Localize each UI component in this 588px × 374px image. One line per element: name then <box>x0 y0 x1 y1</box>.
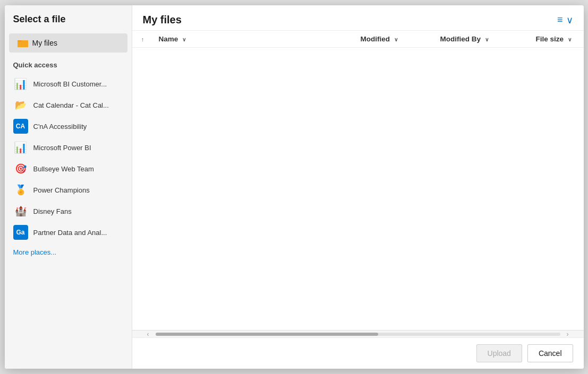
folder-icon <box>18 38 28 48</box>
qa-item-label: Bullseye Web Team <box>33 165 94 173</box>
qa-item-label: Microsoft BI Customer... <box>33 80 107 88</box>
qa-item-icon: 📊 <box>13 76 28 91</box>
select-file-dialog: Select a file My files Quick access 📊Mic… <box>5 5 584 369</box>
col-size-header[interactable]: File size ∨ <box>531 31 584 48</box>
qa-item-icon: CA <box>13 119 28 134</box>
qa-item-label: Disney Fans <box>33 207 72 215</box>
hscroll-thumb[interactable] <box>156 333 378 336</box>
col-name-header[interactable]: Name ∨ <box>154 31 355 48</box>
table-header-row: ↑ Name ∨ Modified ∨ Modified By ∨ <box>132 31 584 48</box>
modby-sort-icon: ∨ <box>485 37 489 42</box>
sidebar-nav: My files <box>5 33 132 53</box>
quick-access-item[interactable]: 📂Cat Calendar - Cat Cal... <box>5 94 132 116</box>
quick-access-item[interactable]: 📊Microsoft Power BI <box>5 137 132 158</box>
sidebar-item-myfiles[interactable]: My files <box>9 33 127 53</box>
name-sort-icon: ∨ <box>182 37 186 42</box>
qa-item-label: Cat Calendar - Cat Cal... <box>33 101 109 109</box>
qa-item-label: Partner Data and Anal... <box>33 229 107 237</box>
qa-item-icon: Ga <box>13 225 28 240</box>
hscroll-right-arrow[interactable]: › <box>563 330 573 338</box>
quick-access-list: 📊Microsoft BI Customer...📂Cat Calendar -… <box>5 73 132 243</box>
sidebar: Select a file My files Quick access 📊Mic… <box>5 5 132 369</box>
qa-item-icon: 📂 <box>13 98 28 112</box>
quick-access-item[interactable]: 🎯Bullseye Web Team <box>5 158 132 179</box>
col-modby-header[interactable]: Modified By ∨ <box>435 31 531 48</box>
main-header: My files ≡ ∨ <box>132 5 584 31</box>
upload-button[interactable]: Upload <box>476 344 522 362</box>
main-panel: My files ≡ ∨ ↑ Name ∨ <box>132 5 584 369</box>
quick-access-item[interactable]: CAC'nA Accessibility <box>5 116 132 137</box>
modified-sort-icon: ∨ <box>394 37 398 42</box>
col-sort-up[interactable]: ↑ <box>132 31 154 48</box>
file-table: ↑ Name ∨ Modified ∨ Modified By ∨ <box>132 31 584 48</box>
qa-item-label: Power Champions <box>33 186 90 194</box>
sort-up-icon: ↑ <box>141 36 144 42</box>
more-places-link[interactable]: More places... <box>5 243 132 262</box>
quick-access-item[interactable]: 📊Microsoft BI Customer... <box>5 73 132 94</box>
sidebar-item-myfiles-label: My files <box>32 39 57 47</box>
list-view-icon[interactable]: ≡ <box>557 14 563 25</box>
horizontal-scrollbar[interactable]: ‹ › <box>132 330 584 337</box>
hscroll-left-arrow[interactable]: ‹ <box>143 330 154 338</box>
svg-rect-2 <box>18 41 28 47</box>
qa-item-label: C'nA Accessibility <box>33 123 87 131</box>
qa-item-icon: 🎯 <box>13 161 28 176</box>
quick-access-item[interactable]: 🏰Disney Fans <box>5 201 132 222</box>
col-modified-header[interactable]: Modified ∨ <box>355 31 435 48</box>
quick-access-item[interactable]: GaPartner Data and Anal... <box>5 222 132 243</box>
quick-access-title: Quick access <box>5 53 132 73</box>
bottom-bar: Upload Cancel <box>132 337 584 369</box>
qa-item-icon: 🏅 <box>13 182 28 197</box>
header-actions[interactable]: ≡ ∨ <box>557 14 573 26</box>
qa-item-icon: 📊 <box>13 140 28 155</box>
main-title: My files <box>143 14 182 26</box>
size-sort-icon: ∨ <box>568 37 572 42</box>
cancel-button[interactable]: Cancel <box>527 344 573 362</box>
dialog-title: Select a file <box>5 14 132 33</box>
file-table-wrapper[interactable]: ↑ Name ∨ Modified ∨ Modified By ∨ <box>132 31 584 330</box>
qa-item-icon: 🏰 <box>13 204 28 219</box>
hscroll-track[interactable] <box>156 333 560 336</box>
qa-item-label: Microsoft Power BI <box>33 144 91 152</box>
chevron-down-icon[interactable]: ∨ <box>566 14 573 26</box>
quick-access-item[interactable]: 🏅Power Champions <box>5 179 132 201</box>
